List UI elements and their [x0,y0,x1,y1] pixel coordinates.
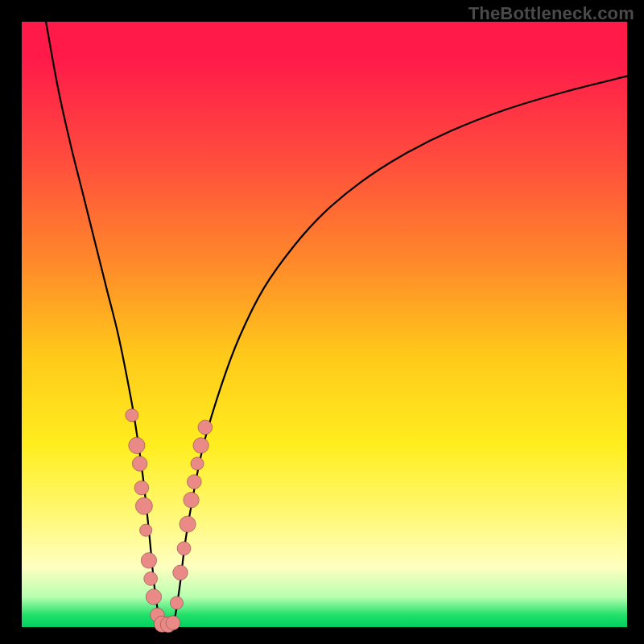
bottleneck-curve [46,22,627,628]
plot-area [22,22,627,627]
data-point [129,437,145,453]
data-points-group [126,409,213,633]
chart-frame: TheBottleneck.com [0,0,644,644]
data-point [187,475,201,489]
data-point [144,572,158,585]
data-point [173,565,188,580]
data-point [132,456,147,472]
data-point [166,616,180,630]
data-point [140,524,152,536]
data-point [191,457,204,470]
data-point [134,481,149,495]
data-point [146,589,161,605]
chart-svg [22,22,627,627]
data-point [141,553,156,568]
data-point [177,542,191,555]
data-point [193,438,208,453]
data-point [198,420,213,435]
watermark-text: TheBottleneck.com [469,3,634,24]
data-point [170,597,183,609]
data-point [184,492,199,507]
data-point [126,409,138,422]
data-point [135,497,152,514]
data-point [180,516,196,532]
